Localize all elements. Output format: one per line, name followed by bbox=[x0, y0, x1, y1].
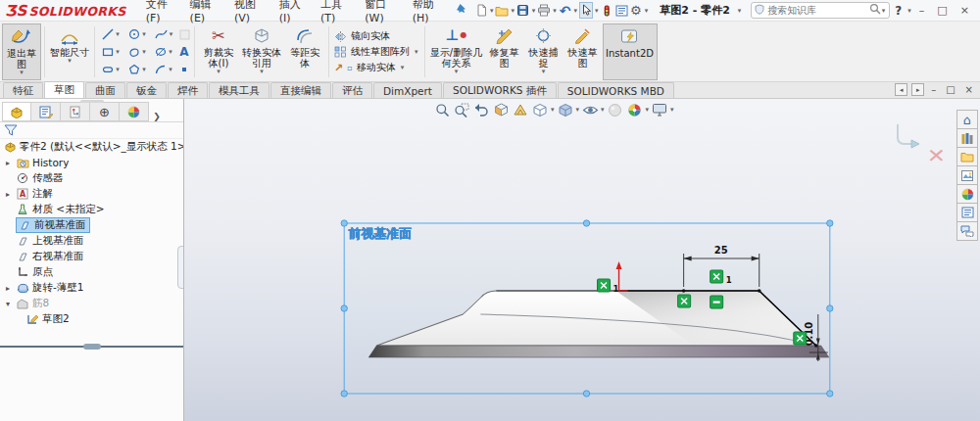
annotation-view-icon[interactable] bbox=[511, 101, 530, 118]
new-document-icon[interactable] bbox=[474, 2, 488, 19]
trim-entities-button[interactable]: ✂ 剪裁实体(I) ▾ bbox=[198, 23, 239, 80]
open-caret[interactable]: ▾ bbox=[510, 7, 515, 15]
offset-entities-button[interactable]: 等距实体 bbox=[284, 23, 325, 80]
rollback-bar[interactable] bbox=[0, 346, 183, 348]
tab-dimxpert[interactable]: DimXpert bbox=[373, 82, 442, 98]
tab-configuration-manager[interactable] bbox=[61, 102, 90, 121]
view-settings-icon[interactable] bbox=[650, 101, 669, 118]
gear-caret[interactable]: ▾ bbox=[644, 7, 650, 15]
menu-view[interactable]: 视图(V) bbox=[227, 0, 271, 26]
relation-badge-coincident[interactable] bbox=[678, 295, 691, 307]
view-orientation-caret[interactable]: ▾ bbox=[550, 106, 556, 114]
ellipse-tool[interactable]: ▾ bbox=[151, 46, 177, 58]
appearances-icon[interactable] bbox=[956, 184, 978, 204]
scene-canvas[interactable]: 前视基准面 bbox=[184, 99, 980, 421]
menu-tools[interactable]: 工具(T) bbox=[314, 0, 357, 26]
previous-view-icon[interactable] bbox=[471, 101, 491, 118]
options-list-icon[interactable] bbox=[614, 2, 628, 19]
menu-edit[interactable]: 编辑(E) bbox=[183, 0, 226, 26]
tab-sheet-metal[interactable]: 钣金 bbox=[126, 82, 167, 98]
quick-snaps-caret[interactable]: ▾ bbox=[541, 69, 547, 76]
linear-pattern-button[interactable]: 线性草图阵列 ▾ bbox=[334, 45, 419, 59]
selected-item-highlight[interactable]: 前视基准面 bbox=[16, 217, 90, 233]
close-button[interactable]: × bbox=[955, 4, 975, 17]
undo-icon[interactable]: ↶ bbox=[559, 2, 572, 19]
file-explorer-icon[interactable] bbox=[956, 147, 978, 166]
tab-sw-addins[interactable]: SOLIDWORKS 插件 bbox=[443, 82, 557, 98]
section-view-icon[interactable] bbox=[491, 101, 511, 118]
move-entities-button[interactable]: ↗▫ 移动实体 ▾ bbox=[334, 61, 419, 74]
tab-weldments[interactable]: 焊件 bbox=[168, 82, 208, 98]
select-tool-caret[interactable]: ▾ bbox=[594, 7, 600, 15]
gear-icon[interactable]: ⚙ bbox=[629, 2, 643, 19]
tree-root[interactable]: 零件2 (默认<<默认>_显示状态 1>) bbox=[0, 139, 183, 155]
minimize-button[interactable]: – bbox=[913, 4, 931, 17]
exit-sketch-caret[interactable]: ▾ bbox=[19, 70, 24, 77]
tree-filter[interactable] bbox=[0, 122, 183, 139]
tree-item-top-plane[interactable]: 上视基准面 bbox=[0, 233, 183, 249]
tree-item-sketch2[interactable]: 草图2 bbox=[0, 311, 183, 327]
restore-button[interactable]: □ bbox=[931, 4, 953, 17]
doc-restore-button[interactable]: □ bbox=[943, 84, 957, 95]
doc-title-caret[interactable]: ▾ bbox=[737, 7, 743, 15]
point-tool[interactable] bbox=[177, 65, 191, 74]
tab-sw-mbd[interactable]: SOLIDWORKS MBD bbox=[558, 82, 674, 98]
print-caret[interactable]: ▾ bbox=[552, 7, 558, 15]
tree-item-front-plane[interactable]: 前视基准面 bbox=[0, 217, 183, 233]
hide-show-caret[interactable]: ▾ bbox=[600, 106, 606, 114]
graphics-viewport[interactable]: 前视基准面 bbox=[184, 99, 980, 421]
relation-badge-horizontal[interactable] bbox=[710, 296, 723, 308]
hide-show-items-icon[interactable] bbox=[580, 101, 600, 118]
expand-arrow[interactable]: ▸ bbox=[3, 190, 13, 199]
tab-sketch[interactable]: 草图 bbox=[44, 81, 84, 98]
tab-feature-manager[interactable] bbox=[2, 102, 31, 121]
sketch-point[interactable] bbox=[758, 289, 761, 293]
collapse-arrow[interactable]: ▾ bbox=[3, 300, 13, 308]
save-caret[interactable]: ▾ bbox=[531, 7, 537, 15]
circle-tool[interactable]: ▾ bbox=[124, 28, 151, 40]
polygon-tool[interactable]: ▾ bbox=[124, 64, 151, 75]
doc-next-button[interactable]: ▸ bbox=[911, 83, 924, 96]
zoom-to-fit-icon[interactable] bbox=[432, 101, 452, 118]
plane-handle[interactable] bbox=[583, 391, 589, 397]
convert-entities-button[interactable]: 转换实体引用 ▾ bbox=[239, 23, 284, 80]
smart-dimension-button[interactable]: 智能尺寸 ▾ bbox=[48, 23, 91, 80]
spline-tool[interactable]: ▾ bbox=[151, 28, 177, 40]
save-icon[interactable] bbox=[516, 2, 530, 19]
traffic-light-icon[interactable] bbox=[601, 2, 614, 19]
pin-menu-icon[interactable] bbox=[457, 3, 467, 18]
design-library-icon[interactable] bbox=[956, 128, 978, 148]
tree-item-sensors[interactable]: 传感器 bbox=[0, 170, 183, 186]
slot-tool[interactable]: ▾ bbox=[98, 64, 124, 75]
help-caret[interactable]: ▾ bbox=[906, 7, 912, 15]
custom-properties-icon[interactable] bbox=[956, 203, 978, 222]
trim-caret[interactable]: ▾ bbox=[216, 69, 221, 76]
rectangle-tool[interactable]: ▾ bbox=[98, 46, 124, 58]
plane-handle[interactable] bbox=[341, 220, 347, 226]
search-magnifier-icon[interactable] bbox=[869, 3, 881, 18]
view-orientation-icon[interactable] bbox=[530, 101, 550, 118]
search-input[interactable] bbox=[767, 5, 868, 16]
tree-item-history[interactable]: ▸ History bbox=[0, 155, 183, 170]
tab-display-manager[interactable] bbox=[120, 102, 149, 121]
plane-handle[interactable] bbox=[341, 391, 347, 397]
tree-item-origin[interactable]: 原点 bbox=[0, 264, 183, 280]
tab-dimxpert-manager[interactable]: ⊕ bbox=[90, 102, 120, 121]
doc-prev-button[interactable]: ◂ bbox=[895, 83, 907, 96]
zoom-to-area-icon[interactable] bbox=[452, 101, 471, 118]
arc-tool[interactable]: ▾ bbox=[151, 64, 177, 75]
smart-dimension-caret[interactable]: ▾ bbox=[67, 58, 73, 66]
menu-insert[interactable]: 插入(I) bbox=[272, 0, 313, 26]
expand-arrow[interactable]: ▸ bbox=[3, 159, 13, 167]
display-style-icon[interactable] bbox=[556, 101, 575, 118]
apply-scene-icon[interactable] bbox=[625, 101, 645, 118]
mirror-entities-button[interactable]: 镜向实体 bbox=[334, 29, 419, 43]
select-tool-icon[interactable] bbox=[579, 2, 593, 19]
expand-arrow[interactable]: ▸ bbox=[3, 284, 13, 293]
plane-handle[interactable] bbox=[341, 305, 347, 311]
menu-window[interactable]: 窗口(W) bbox=[358, 0, 405, 26]
move-entities-caret[interactable]: ▾ bbox=[400, 64, 406, 71]
sketch-point[interactable] bbox=[814, 344, 818, 348]
tree-item-material[interactable]: 材质 <未指定> bbox=[0, 202, 183, 217]
tab-mold-tools[interactable]: 模具工具 bbox=[209, 82, 270, 98]
